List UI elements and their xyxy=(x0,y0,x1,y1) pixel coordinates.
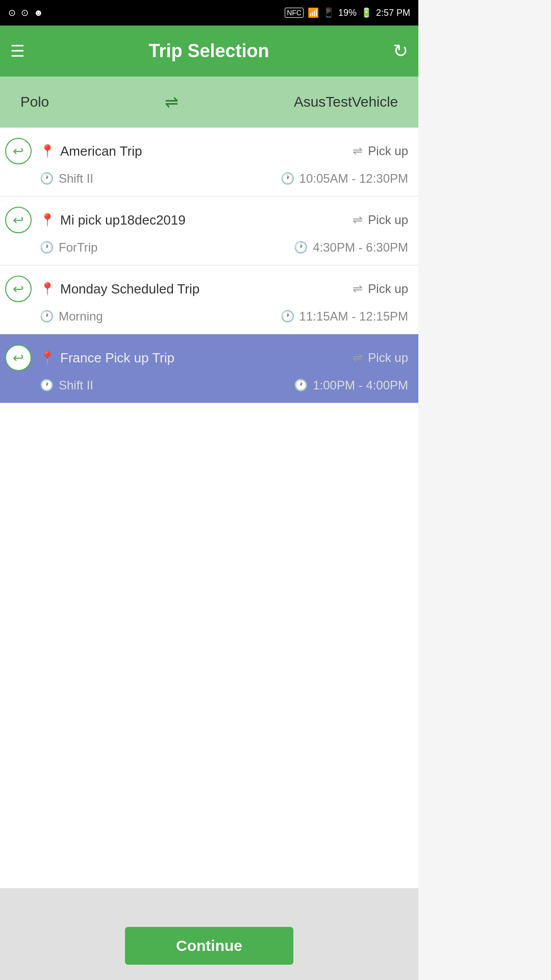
top-bar: ☰ Trip Selection ↻ xyxy=(0,26,418,77)
trip-list: ↩ 📍 American Trip ⇌ Pick up 🕐 Shift II 🕐… xyxy=(0,128,418,888)
trip-name-4: France Pick up Trip xyxy=(60,350,353,366)
trip-shift-2: ForTrip xyxy=(59,240,294,255)
shift-clock-icon-2: 🕐 xyxy=(40,241,54,254)
trip-select-btn-2[interactable]: ↩ xyxy=(5,207,32,233)
trip-transfer-icon-3: ⇌ xyxy=(353,282,363,296)
time-clock-icon-3: 🕐 xyxy=(281,310,294,323)
trip-type-3: Pick up xyxy=(368,282,408,296)
sim-icon: 📱 xyxy=(323,7,334,18)
vehicle-bar: Polo ⇌ AsusTestVehicle xyxy=(0,77,418,128)
trip-name-2: Mi pick up18dec2019 xyxy=(60,212,353,228)
shift-clock-icon-3: 🕐 xyxy=(40,310,54,323)
time-clock-icon-1: 🕐 xyxy=(281,172,294,185)
shift-clock-icon-1: 🕐 xyxy=(40,172,54,185)
trip-select-btn-4[interactable]: ↩ xyxy=(5,345,32,371)
status-icons-left: ⊙ ⊙ ☻ xyxy=(8,7,43,18)
trip-item-3[interactable]: ↩ 📍 Monday Scheduled Trip ⇌ Pick up 🕐 Mo… xyxy=(0,265,418,334)
trip-time-2: 4:30PM - 6:30PM xyxy=(313,240,408,255)
battery-icon: 🔋 xyxy=(361,7,372,18)
location-icon-4: 📍 xyxy=(40,351,55,365)
trip-arrow-icon-3: ↩ xyxy=(13,281,24,297)
bottom-area: Continue xyxy=(0,888,418,980)
trip-select-btn-1[interactable]: ↩ xyxy=(5,138,32,164)
trip-transfer-icon-1: ⇌ xyxy=(353,144,363,158)
refresh-icon[interactable]: ↻ xyxy=(393,40,408,62)
trip-shift-3: Morning xyxy=(59,309,281,324)
location-icon-1: 📍 xyxy=(40,144,55,158)
status-icons-right: NFC 📶 📱 19% 🔋 2:57 PM xyxy=(285,7,410,18)
trip-type-4: Pick up xyxy=(368,351,408,365)
trip-type-1: Pick up xyxy=(368,144,408,158)
trip-time-3: 11:15AM - 12:15PM xyxy=(299,309,408,324)
clock: 2:57 PM xyxy=(376,8,410,18)
trip-arrow-icon-2: ↩ xyxy=(13,212,24,228)
trip-time-1: 10:05AM - 12:30PM xyxy=(299,172,408,186)
continue-button[interactable]: Continue xyxy=(125,927,293,965)
wifi-icon: 📶 xyxy=(308,7,319,18)
left-vehicle-name: Polo xyxy=(20,94,49,110)
nfc-label: NFC xyxy=(285,8,304,18)
location-icon-2: 📍 xyxy=(40,213,55,227)
right-vehicle-name: AsusTestVehicle xyxy=(294,94,398,110)
menu-icon[interactable]: ☰ xyxy=(10,41,25,61)
trip-type-2: Pick up xyxy=(368,213,408,227)
trip-time-4: 1:00PM - 4:00PM xyxy=(313,378,408,393)
trip-shift-4: Shift II xyxy=(59,378,294,393)
trip-arrow-icon-4: ↩ xyxy=(13,350,24,366)
camera2-icon: ⊙ xyxy=(21,7,29,18)
trip-arrow-icon-1: ↩ xyxy=(13,143,24,159)
status-bar: ⊙ ⊙ ☻ NFC 📶 📱 19% 🔋 2:57 PM xyxy=(0,0,418,26)
trip-item-4[interactable]: ↩ 📍 France Pick up Trip ⇌ Pick up 🕐 Shif… xyxy=(0,334,418,403)
page-title: Trip Selection xyxy=(25,40,393,62)
trip-name-1: American Trip xyxy=(60,143,353,159)
time-clock-icon-2: 🕐 xyxy=(294,241,308,254)
battery-percent: 19% xyxy=(338,8,357,18)
trip-item-1[interactable]: ↩ 📍 American Trip ⇌ Pick up 🕐 Shift II 🕐… xyxy=(0,128,418,197)
camera1-icon: ⊙ xyxy=(8,7,16,18)
trip-item-2[interactable]: ↩ 📍 Mi pick up18dec2019 ⇌ Pick up 🕐 ForT… xyxy=(0,197,418,265)
time-clock-icon-4: 🕐 xyxy=(294,379,308,392)
trip-transfer-icon-2: ⇌ xyxy=(353,213,363,227)
location-icon-3: 📍 xyxy=(40,282,55,296)
trip-transfer-icon-4: ⇌ xyxy=(353,351,363,365)
shift-clock-icon-4: 🕐 xyxy=(40,379,54,392)
transfer-icon: ⇌ xyxy=(165,92,179,112)
android-icon: ☻ xyxy=(34,8,43,18)
trip-select-btn-3[interactable]: ↩ xyxy=(5,276,32,302)
trip-name-3: Monday Scheduled Trip xyxy=(60,281,353,297)
trip-shift-1: Shift II xyxy=(59,172,281,186)
